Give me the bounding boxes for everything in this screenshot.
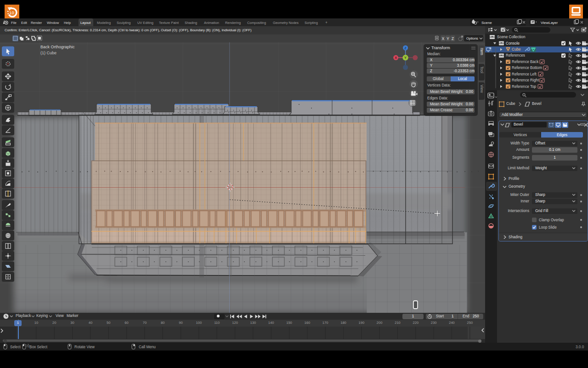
svg-text:ViewLayer: ViewLayer xyxy=(541,21,558,25)
svg-text:Scene: Scene xyxy=(481,21,492,25)
svg-text:Y: Y xyxy=(404,56,407,60)
svg-text:Z: Z xyxy=(452,37,454,41)
svg-text:X: X xyxy=(442,37,445,41)
svg-text:Y: Y xyxy=(447,37,449,41)
svg-text:10: 10 xyxy=(9,10,14,15)
svg-text:X: X xyxy=(395,56,397,60)
svg-text:Z: Z xyxy=(404,46,407,50)
